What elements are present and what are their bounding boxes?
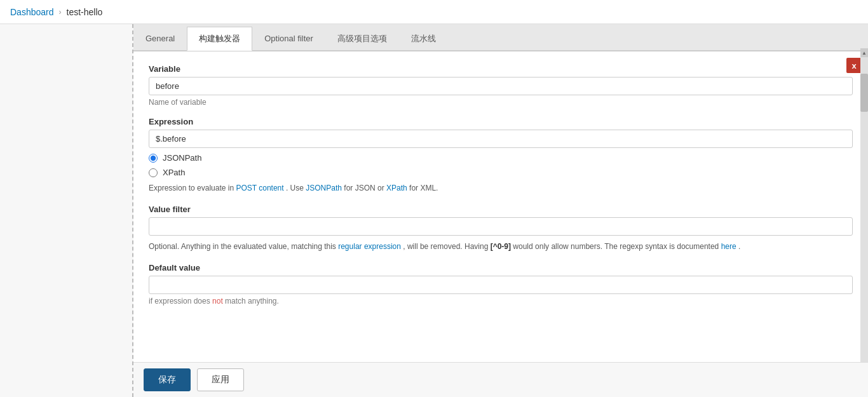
tab-advanced-options[interactable]: 高级项目选项 [325, 26, 399, 50]
breadcrumb-home[interactable]: Dashboard [10, 7, 54, 17]
post-content-link[interactable]: POST content [236, 184, 283, 192]
default-value-label: Default value [149, 263, 853, 273]
breadcrumb-bar: Dashboard › test-hello [0, 0, 868, 24]
tab-general[interactable]: General [133, 26, 187, 50]
radio-xpath-input[interactable] [149, 168, 158, 177]
bracket-example: [^0-9] [491, 242, 511, 251]
value-filter-label: Value filter [149, 205, 853, 214]
content-area: General 构建触发器 Optional filter 高级项目选项 流水线… [133, 24, 868, 397]
expression-description: Expression to evaluate in POST content .… [149, 182, 853, 194]
tabs-bar: General 构建触发器 Optional filter 高级项目选项 流水线 [133, 24, 868, 51]
scrollbar-up-arrow[interactable]: ▲ [860, 48, 868, 57]
value-filter-field-group: Value filter Optional. Anything in the e… [149, 205, 853, 253]
default-value-field-group: Default value if expression does not mat… [149, 263, 853, 306]
scrollbar[interactable]: ▲ [860, 48, 868, 362]
value-filter-input[interactable] [149, 217, 853, 236]
expression-radio-group: JSONPath XPath [149, 153, 853, 177]
expression-input[interactable] [149, 130, 853, 148]
breadcrumb-current: test-hello [67, 7, 103, 17]
breadcrumb-separator: › [59, 8, 62, 17]
variable-input[interactable] [149, 77, 853, 95]
radio-jsonpath-input[interactable] [149, 154, 158, 163]
default-value-hint: if expression does not match anything. [149, 297, 853, 306]
expression-field-group: Expression JSONPath XPath Expression to [149, 117, 853, 194]
radio-jsonpath-item[interactable]: JSONPath [149, 153, 853, 163]
radio-xpath-label: XPath [163, 168, 185, 177]
tab-build-trigger[interactable]: 构建触发器 [187, 27, 252, 51]
regex-link[interactable]: regular expression [338, 242, 401, 251]
variable-field-group: Variable Name of variable [149, 64, 853, 107]
jsonpath-link[interactable]: JSONPath [306, 184, 342, 192]
value-filter-description: Optional. Anything in the evaluated valu… [149, 241, 853, 253]
form-panel: x Variable Name of variable Expression J… [133, 51, 868, 362]
here-link[interactable]: here [721, 242, 736, 251]
scrollbar-thumb[interactable] [860, 74, 868, 112]
radio-xpath-item[interactable]: XPath [149, 168, 853, 177]
save-button[interactable]: 保存 [144, 368, 191, 391]
main-layout: General 构建触发器 Optional filter 高级项目选项 流水线… [0, 24, 868, 397]
default-value-input[interactable] [149, 276, 853, 294]
variable-hint: Name of variable [149, 98, 853, 107]
close-button[interactable]: x [846, 58, 862, 73]
variable-label: Variable [149, 64, 853, 74]
tab-pipeline[interactable]: 流水线 [399, 26, 448, 50]
xpath-link[interactable]: XPath [386, 184, 407, 192]
tab-optional-filter[interactable]: Optional filter [252, 26, 325, 50]
left-sidebar [0, 24, 133, 397]
apply-button[interactable]: 应用 [197, 368, 244, 391]
bottom-bar: 保存 应用 [133, 362, 868, 397]
radio-jsonpath-label: JSONPath [163, 153, 201, 163]
expression-label: Expression [149, 117, 853, 126]
